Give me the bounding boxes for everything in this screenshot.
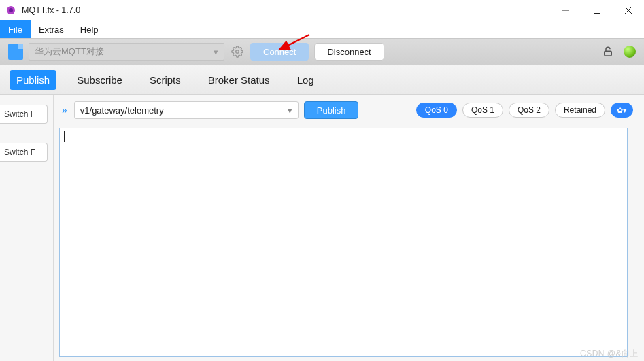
menu-help[interactable]: Help [72,20,107,38]
chevron-down-icon: ▾ [214,47,218,57]
tab-broker-status[interactable]: Broker Status [201,70,277,90]
payload-textarea[interactable] [59,128,628,357]
publish-toolbar: » v1/gateway/telemetry ▾ Publish QoS 0 Q… [54,95,640,125]
connection-status-indicator [624,46,636,58]
minimize-button[interactable] [550,0,581,20]
menu-extras[interactable]: Extras [31,20,72,38]
connect-button[interactable]: Connect [250,43,309,61]
disconnect-button[interactable]: Disconnect [314,43,384,61]
menubar: File Extras Help [0,20,644,38]
svg-rect-3 [594,7,600,13]
connection-bar: 华为云MQTT对接 ▾ Connect Disconnect [0,38,644,65]
topic-input[interactable]: v1/gateway/telemetry ▾ [74,101,299,119]
maximize-button[interactable] [581,0,613,20]
left-panel: Switch F Switch F [0,105,48,181]
tab-log[interactable]: Log [290,70,321,90]
qos-2-button[interactable]: QoS 2 [509,103,549,118]
tab-subscribe[interactable]: Subscribe [70,70,129,90]
topic-value: v1/gateway/telemetry [80,105,164,116]
app-icon [5,5,16,16]
close-button[interactable] [613,0,644,20]
expand-icon[interactable]: » [61,105,69,116]
text-cursor [64,131,65,142]
svg-point-6 [236,50,239,54]
window-title: MQTT.fx - 1.7.0 [22,5,80,15]
tab-scripts[interactable]: Scripts [143,70,188,90]
svg-point-1 [9,8,13,12]
chevron-down-icon: ▾ [288,105,292,116]
svg-rect-7 [605,51,612,56]
switch-button-1[interactable]: Switch F [0,105,48,124]
titlebar: MQTT.fx - 1.7.0 [0,0,644,20]
profile-name: 华为云MQTT对接 [35,46,104,58]
switch-button-2[interactable]: Switch F [0,143,48,162]
retained-button[interactable]: Retained [555,103,605,118]
main-area: Switch F Switch F » v1/gateway/telemetry… [0,95,644,361]
qos-1-button[interactable]: QoS 1 [462,103,503,118]
menu-file[interactable]: File [0,20,31,38]
lock-icon [602,46,614,58]
publish-panel: » v1/gateway/telemetry ▾ Publish QoS 0 Q… [53,95,640,361]
qos-0-button[interactable]: QoS 0 [416,103,457,118]
publish-button[interactable]: Publish [304,101,359,119]
tab-publish[interactable]: Publish [10,70,56,90]
profile-select[interactable]: 华为云MQTT对接 ▾ [29,43,224,61]
publish-options-button[interactable]: ✿▾ [611,103,633,118]
profile-file-icon[interactable] [8,44,23,60]
tabs: Publish Subscribe Scripts Broker Status … [0,65,644,95]
watermark: CSDN @&向上 [580,348,639,360]
settings-gear-icon[interactable] [230,44,245,59]
